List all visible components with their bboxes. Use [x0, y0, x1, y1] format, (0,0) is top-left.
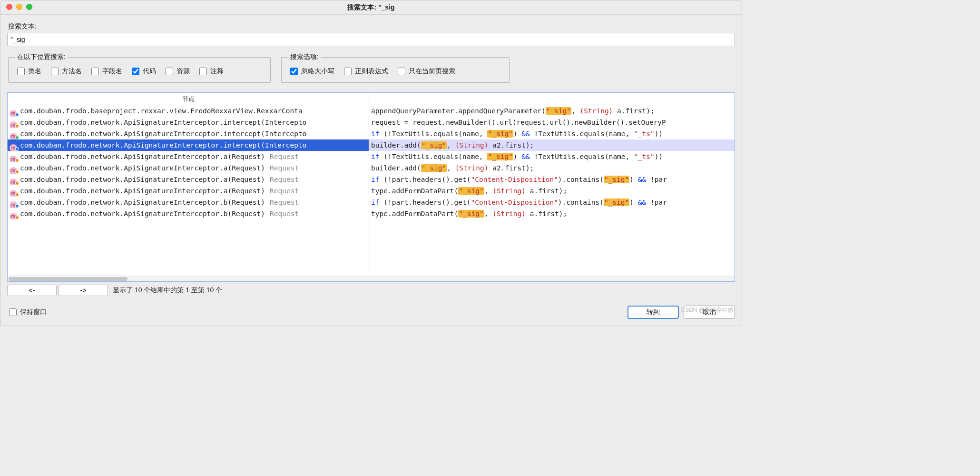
pager-status: 显示了 10 个结果中的第 1 至第 10 个: [113, 286, 222, 295]
maximize-icon[interactable]: [26, 4, 32, 10]
result-row[interactable]: mcom.douban.frodo.baseproject.rexxar.vie…: [8, 105, 369, 117]
method-icon: m: [10, 119, 18, 127]
scope-checkbox-1[interactable]: 方法名: [49, 66, 82, 77]
scope-input-2[interactable]: [91, 68, 99, 75]
result-row[interactable]: mcom.douban.frodo.network.ApiSignatureIn…: [8, 151, 369, 162]
keep-window-label: 保持窗口: [20, 308, 47, 317]
option-input-0[interactable]: [290, 68, 298, 75]
method-icon: m: [10, 198, 18, 207]
results-right-column: appendQueryParameter.appendQueryParamete…: [369, 93, 735, 276]
result-row[interactable]: mcom.douban.frodo.network.ApiSignatureIn…: [8, 174, 369, 185]
result-return-type: Request: [270, 187, 299, 195]
option-checkbox-1[interactable]: 正则表达式: [342, 66, 388, 77]
scope-checkbox-2[interactable]: 字段名: [89, 66, 122, 77]
method-icon: m: [10, 210, 18, 218]
result-row[interactable]: mcom.douban.frodo.network.ApiSignatureIn…: [8, 197, 369, 208]
result-return-type: Request: [270, 153, 299, 160]
method-icon: m: [10, 164, 18, 173]
scope-checkbox-4[interactable]: 资源: [164, 66, 190, 77]
result-path: com.douban.frodo.network.ApiSignatureInt…: [20, 164, 265, 172]
close-icon[interactable]: [6, 4, 12, 10]
result-row[interactable]: mcom.douban.frodo.network.ApiSignatureIn…: [8, 139, 369, 151]
scope-label-3: 代码: [143, 67, 156, 76]
method-icon: m: [10, 153, 18, 161]
result-path: com.douban.frodo.network.ApiSignatureInt…: [20, 153, 265, 160]
code-line[interactable]: request = request.newBuilder().url(reque…: [369, 117, 735, 128]
pager: <- -> 显示了 10 个结果中的第 1 至第 10 个: [7, 285, 735, 296]
result-path: com.douban.frodo.network.ApiSignatureInt…: [20, 198, 265, 206]
result-path: com.douban.frodo.network.ApiSignatureInt…: [20, 141, 306, 149]
scope-label-4: 资源: [176, 67, 190, 76]
method-icon: m: [10, 130, 18, 139]
method-icon: m: [10, 141, 18, 150]
result-path: com.douban.frodo.baseproject.rexxar.view…: [20, 107, 303, 115]
scope-label-2: 字段名: [102, 67, 122, 76]
window-title: 搜索文本: "_sig: [347, 3, 394, 12]
result-row[interactable]: mcom.douban.frodo.network.ApiSignatureIn…: [8, 208, 369, 219]
goto-button[interactable]: 转到: [627, 306, 679, 319]
scope-checkbox-3[interactable]: 代码: [130, 66, 156, 77]
result-path: com.douban.frodo.network.ApiSignatureInt…: [20, 176, 265, 183]
scope-input-5[interactable]: [199, 68, 207, 75]
column-header-node: 节点: [8, 93, 369, 105]
scope-label-5: 注释: [210, 67, 224, 76]
scope-label-1: 方法名: [62, 67, 82, 76]
code-line[interactable]: if (!part.headers().get("Content-Disposi…: [369, 197, 735, 208]
minimize-icon[interactable]: [16, 4, 22, 10]
result-return-type: Request: [270, 164, 299, 172]
cancel-button[interactable]: 取消: [684, 306, 735, 319]
result-path: com.douban.frodo.network.ApiSignatureInt…: [20, 210, 265, 218]
scrollbar-thumb[interactable]: [9, 277, 127, 281]
prev-button[interactable]: <-: [7, 285, 57, 296]
result-row[interactable]: mcom.douban.frodo.network.ApiSignatureIn…: [8, 128, 369, 139]
code-line[interactable]: type.addFormDataPart("_sig", (String) a.…: [369, 185, 735, 197]
content-area: 搜索文本: 在以下位置搜索: 类名方法名字段名代码资源注释 搜索选项: 忽略大小…: [0, 15, 742, 301]
option-checkbox-2[interactable]: 只在当前页搜索: [396, 66, 455, 77]
keep-window-checkbox[interactable]: 保持窗口: [7, 307, 47, 317]
scope-checkbox-5[interactable]: 注释: [197, 66, 224, 77]
option-label-2: 只在当前页搜索: [409, 67, 455, 76]
search-input[interactable]: [7, 33, 735, 46]
code-line[interactable]: builder.add("_sig", (String) a2.first);: [369, 139, 735, 151]
code-line[interactable]: if (!TextUtils.equals(name, "_sig") && !…: [369, 128, 735, 139]
option-input-1[interactable]: [344, 68, 352, 75]
scope-legend: 在以下位置搜索:: [15, 53, 68, 61]
scope-input-3[interactable]: [132, 68, 139, 75]
option-label-1: 正则表达式: [355, 67, 388, 76]
titlebar: 搜索文本: "_sig: [0, 0, 742, 15]
method-icon: m: [10, 176, 18, 184]
results-panel: 节点 mcom.douban.frodo.baseproject.rexxar.…: [7, 92, 735, 282]
result-path: com.douban.frodo.network.ApiSignatureInt…: [20, 130, 306, 138]
result-row[interactable]: mcom.douban.frodo.network.ApiSignatureIn…: [8, 162, 369, 174]
horizontal-scrollbar[interactable]: [8, 276, 735, 281]
search-label: 搜索文本:: [8, 22, 735, 31]
search-options-group: 搜索选项: 忽略大小写正则表达式只在当前页搜索: [281, 53, 510, 83]
scope-label-0: 类名: [28, 67, 41, 76]
keep-window-input[interactable]: [9, 308, 17, 316]
window-controls: [6, 4, 32, 10]
option-checkbox-0[interactable]: 忽略大小写: [288, 66, 334, 77]
option-label-0: 忽略大小写: [301, 67, 334, 76]
scope-input-0[interactable]: [17, 68, 25, 75]
footer: 保持窗口 转到 取消: [0, 301, 742, 326]
result-path: com.douban.frodo.network.ApiSignatureInt…: [20, 119, 306, 126]
options-legend: 搜索选项:: [288, 53, 321, 61]
result-row[interactable]: mcom.douban.frodo.network.ApiSignatureIn…: [8, 185, 369, 197]
code-line[interactable]: if (!part.headers().get("Content-Disposi…: [369, 174, 735, 185]
code-line[interactable]: type.addFormDataPart("_sig", (String) a.…: [369, 208, 735, 219]
code-line[interactable]: appendQueryParameter.appendQueryParamete…: [369, 105, 735, 117]
scope-input-1[interactable]: [51, 68, 59, 75]
option-input-2[interactable]: [398, 68, 405, 75]
result-return-type: Request: [270, 210, 299, 218]
result-return-type: Request: [270, 198, 299, 206]
code-line[interactable]: if (!TextUtils.equals(name, "_sig") && !…: [369, 151, 735, 162]
next-button[interactable]: ->: [59, 285, 108, 296]
method-icon: m: [10, 107, 18, 116]
scope-checkbox-0[interactable]: 类名: [15, 66, 41, 77]
result-row[interactable]: mcom.douban.frodo.network.ApiSignatureIn…: [8, 117, 369, 128]
search-scope-group: 在以下位置搜索: 类名方法名字段名代码资源注释: [8, 53, 271, 83]
result-return-type: Request: [270, 176, 299, 183]
scope-input-4[interactable]: [166, 68, 173, 75]
result-path: com.douban.frodo.network.ApiSignatureInt…: [20, 187, 265, 195]
code-line[interactable]: builder.add("_sig", (String) a2.first);: [369, 162, 735, 174]
